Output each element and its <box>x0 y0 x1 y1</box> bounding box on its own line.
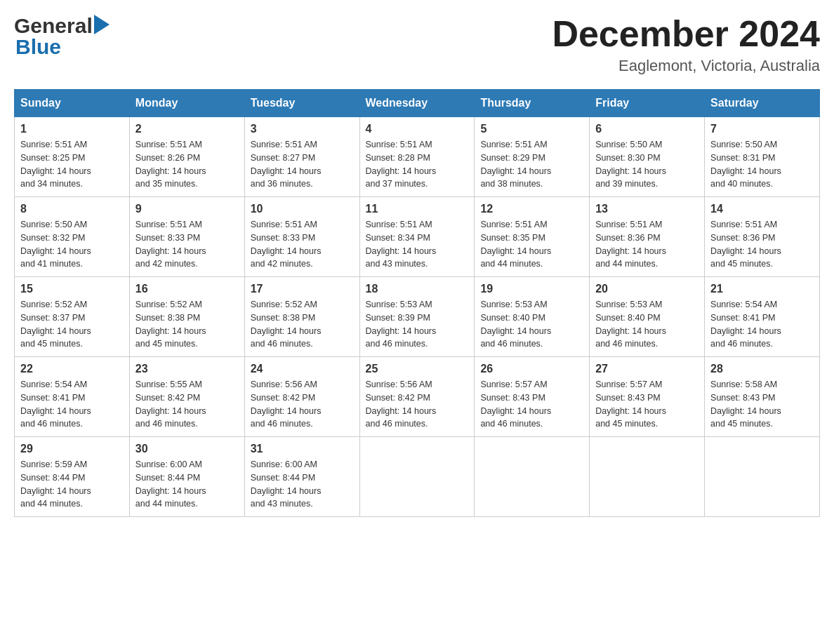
day-number: 23 <box>135 363 239 375</box>
calendar-cell: 27Sunrise: 5:57 AMSunset: 8:43 PMDayligh… <box>590 357 705 437</box>
day-info: Sunrise: 5:51 AMSunset: 8:27 PMDaylight:… <box>251 138 354 191</box>
calendar-cell: 26Sunrise: 5:57 AMSunset: 8:43 PMDayligh… <box>475 357 590 437</box>
calendar-cell: 29Sunrise: 5:59 AMSunset: 8:44 PMDayligh… <box>15 437 130 517</box>
day-number: 3 <box>251 123 354 135</box>
header-sunday: Sunday <box>15 90 130 117</box>
header-tuesday: Tuesday <box>244 90 359 117</box>
day-info: Sunrise: 5:54 AMSunset: 8:41 PMDaylight:… <box>20 378 124 431</box>
calendar-cell: 25Sunrise: 5:56 AMSunset: 8:42 PMDayligh… <box>359 357 475 437</box>
calendar-cell: 16Sunrise: 5:52 AMSunset: 8:38 PMDayligh… <box>129 277 244 357</box>
week-row-3: 15Sunrise: 5:52 AMSunset: 8:37 PMDayligh… <box>15 277 820 357</box>
logo-general: General <box>14 14 93 38</box>
day-info: Sunrise: 5:52 AMSunset: 8:38 PMDaylight:… <box>135 298 239 351</box>
day-number: 15 <box>20 283 124 295</box>
logo-arrow-icon <box>94 15 110 34</box>
calendar-cell: 22Sunrise: 5:54 AMSunset: 8:41 PMDayligh… <box>15 357 130 437</box>
weekday-header-row: SundayMondayTuesdayWednesdayThursdayFrid… <box>15 90 820 117</box>
day-number: 20 <box>595 283 699 295</box>
month-title: December 2024 <box>552 14 820 54</box>
calendar-cell: 12Sunrise: 5:51 AMSunset: 8:35 PMDayligh… <box>475 197 590 277</box>
day-info: Sunrise: 5:51 AMSunset: 8:34 PMDaylight:… <box>366 218 469 271</box>
day-number: 25 <box>366 363 469 375</box>
day-number: 31 <box>251 443 354 455</box>
calendar-cell <box>359 437 475 517</box>
week-row-1: 1Sunrise: 5:51 AMSunset: 8:25 PMDaylight… <box>15 117 820 197</box>
day-info: Sunrise: 5:52 AMSunset: 8:37 PMDaylight:… <box>20 298 124 351</box>
day-info: Sunrise: 5:53 AMSunset: 8:40 PMDaylight:… <box>595 298 699 351</box>
day-number: 11 <box>366 203 469 215</box>
day-info: Sunrise: 5:53 AMSunset: 8:39 PMDaylight:… <box>366 298 469 351</box>
day-info: Sunrise: 5:51 AMSunset: 8:33 PMDaylight:… <box>251 218 354 271</box>
week-row-5: 29Sunrise: 5:59 AMSunset: 8:44 PMDayligh… <box>15 437 820 517</box>
calendar-cell: 20Sunrise: 5:53 AMSunset: 8:40 PMDayligh… <box>590 277 705 357</box>
day-number: 28 <box>710 363 814 375</box>
day-number: 13 <box>595 203 699 215</box>
header-saturday: Saturday <box>705 90 820 117</box>
calendar-cell: 23Sunrise: 5:55 AMSunset: 8:42 PMDayligh… <box>129 357 244 437</box>
day-info: Sunrise: 5:54 AMSunset: 8:41 PMDaylight:… <box>710 298 814 351</box>
day-info: Sunrise: 5:56 AMSunset: 8:42 PMDaylight:… <box>251 378 354 431</box>
day-info: Sunrise: 5:50 AMSunset: 8:32 PMDaylight:… <box>20 218 124 271</box>
calendar-cell: 6Sunrise: 5:50 AMSunset: 8:30 PMDaylight… <box>590 117 705 197</box>
day-info: Sunrise: 5:57 AMSunset: 8:43 PMDaylight:… <box>595 378 699 431</box>
day-number: 29 <box>20 443 124 455</box>
day-info: Sunrise: 5:50 AMSunset: 8:30 PMDaylight:… <box>595 138 699 191</box>
calendar-cell: 11Sunrise: 5:51 AMSunset: 8:34 PMDayligh… <box>359 197 475 277</box>
day-info: Sunrise: 5:53 AMSunset: 8:40 PMDaylight:… <box>480 298 583 351</box>
calendar-cell: 17Sunrise: 5:52 AMSunset: 8:38 PMDayligh… <box>244 277 359 357</box>
day-info: Sunrise: 5:51 AMSunset: 8:35 PMDaylight:… <box>480 218 583 271</box>
calendar-cell: 10Sunrise: 5:51 AMSunset: 8:33 PMDayligh… <box>244 197 359 277</box>
calendar-cell: 4Sunrise: 5:51 AMSunset: 8:28 PMDaylight… <box>359 117 475 197</box>
calendar-cell: 7Sunrise: 5:50 AMSunset: 8:31 PMDaylight… <box>705 117 820 197</box>
day-info: Sunrise: 5:57 AMSunset: 8:43 PMDaylight:… <box>480 378 583 431</box>
title-block: December 2024 Eaglemont, Victoria, Austr… <box>552 14 820 75</box>
day-number: 24 <box>251 363 354 375</box>
calendar-cell: 15Sunrise: 5:52 AMSunset: 8:37 PMDayligh… <box>15 277 130 357</box>
calendar-cell: 28Sunrise: 5:58 AMSunset: 8:43 PMDayligh… <box>705 357 820 437</box>
day-info: Sunrise: 5:56 AMSunset: 8:42 PMDaylight:… <box>366 378 469 431</box>
day-info: Sunrise: 5:58 AMSunset: 8:43 PMDaylight:… <box>710 378 814 431</box>
day-info: Sunrise: 5:51 AMSunset: 8:29 PMDaylight:… <box>480 138 583 191</box>
day-number: 7 <box>710 123 814 135</box>
day-info: Sunrise: 6:00 AMSunset: 8:44 PMDaylight:… <box>135 458 239 511</box>
header-friday: Friday <box>590 90 705 117</box>
day-info: Sunrise: 5:50 AMSunset: 8:31 PMDaylight:… <box>710 138 814 191</box>
calendar-cell: 31Sunrise: 6:00 AMSunset: 8:44 PMDayligh… <box>244 437 359 517</box>
calendar-cell: 2Sunrise: 5:51 AMSunset: 8:26 PMDaylight… <box>129 117 244 197</box>
day-number: 27 <box>595 363 699 375</box>
day-number: 12 <box>480 203 583 215</box>
calendar-cell: 5Sunrise: 5:51 AMSunset: 8:29 PMDaylight… <box>475 117 590 197</box>
calendar-cell: 19Sunrise: 5:53 AMSunset: 8:40 PMDayligh… <box>475 277 590 357</box>
calendar-cell: 8Sunrise: 5:50 AMSunset: 8:32 PMDaylight… <box>15 197 130 277</box>
day-number: 22 <box>20 363 124 375</box>
day-number: 8 <box>20 203 124 215</box>
day-number: 6 <box>595 123 699 135</box>
week-row-2: 8Sunrise: 5:50 AMSunset: 8:32 PMDaylight… <box>15 197 820 277</box>
header-wednesday: Wednesday <box>359 90 475 117</box>
calendar-cell <box>705 437 820 517</box>
svg-marker-0 <box>94 15 110 34</box>
header-thursday: Thursday <box>475 90 590 117</box>
day-number: 5 <box>480 123 583 135</box>
day-number: 18 <box>366 283 469 295</box>
day-number: 30 <box>135 443 239 455</box>
week-row-4: 22Sunrise: 5:54 AMSunset: 8:41 PMDayligh… <box>15 357 820 437</box>
day-number: 21 <box>710 283 814 295</box>
logo: General Blue <box>14 14 110 59</box>
calendar-cell: 21Sunrise: 5:54 AMSunset: 8:41 PMDayligh… <box>705 277 820 357</box>
day-info: Sunrise: 5:51 AMSunset: 8:28 PMDaylight:… <box>366 138 469 191</box>
day-info: Sunrise: 5:51 AMSunset: 8:36 PMDaylight:… <box>710 218 814 271</box>
day-info: Sunrise: 5:51 AMSunset: 8:36 PMDaylight:… <box>595 218 699 271</box>
day-number: 4 <box>366 123 469 135</box>
day-number: 16 <box>135 283 239 295</box>
calendar-cell: 13Sunrise: 5:51 AMSunset: 8:36 PMDayligh… <box>590 197 705 277</box>
day-number: 1 <box>20 123 124 135</box>
day-info: Sunrise: 5:51 AMSunset: 8:33 PMDaylight:… <box>135 218 239 271</box>
day-info: Sunrise: 5:51 AMSunset: 8:26 PMDaylight:… <box>135 138 239 191</box>
page-header: General Blue December 2024 Eaglemont, Vi… <box>14 14 820 75</box>
calendar-table: SundayMondayTuesdayWednesdayThursdayFrid… <box>14 89 820 517</box>
calendar-cell <box>590 437 705 517</box>
calendar-cell: 3Sunrise: 5:51 AMSunset: 8:27 PMDaylight… <box>244 117 359 197</box>
day-number: 19 <box>480 283 583 295</box>
day-number: 2 <box>135 123 239 135</box>
